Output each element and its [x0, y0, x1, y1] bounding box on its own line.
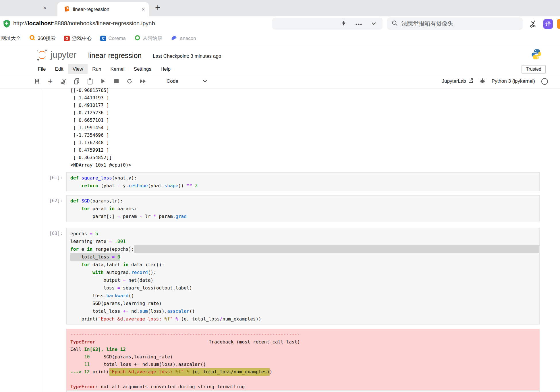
cut-cell-button[interactable]	[60, 78, 67, 84]
bookmark-360search[interactable]: 360搜索	[29, 35, 55, 42]
orange-ring-icon	[29, 35, 35, 42]
notebook-scroll-area[interactable]: [[-0.96815765] [ 1.4419193 ] [ 0.4910177…	[0, 88, 560, 392]
game-center-icon: G	[64, 36, 70, 41]
url-path: :8888/notebooks/linear-regression.ipynb	[53, 20, 155, 26]
site-safety-shield-icon[interactable]	[3, 20, 11, 29]
bookmarks-bar: 网址大全 360搜索 G 游戏中心 C Corema 从阿纳康 anacon	[0, 31, 560, 46]
background-tab-close-icon[interactable]: ×	[43, 4, 47, 11]
trusted-button[interactable]: Trusted	[522, 65, 546, 74]
external-link-icon	[468, 78, 473, 85]
browser-assistant-icon[interactable]	[557, 19, 560, 29]
restart-run-all-button[interactable]	[140, 79, 146, 84]
run-cell-button[interactable]	[100, 79, 106, 84]
url-field[interactable]: http://localhost:8888/notebooks/linear-r…	[13, 20, 155, 27]
add-cell-button[interactable]: +	[47, 78, 53, 84]
chevron-down-icon[interactable]	[371, 21, 376, 26]
cell-prompt-63: [63]:	[32, 231, 63, 236]
restart-kernel-button[interactable]	[126, 78, 133, 84]
code-cell-62[interactable]: def SGD(params,lr): for param in params:…	[66, 195, 540, 222]
bookmark-game-center[interactable]: G 游戏中心	[64, 35, 92, 42]
bookmark-wangzhidaquan[interactable]: 网址大全	[1, 35, 21, 42]
notebook-toolbar: + Code JupyterLab	[0, 74, 560, 88]
cell-prompt-62: [62]:	[32, 198, 63, 203]
menu-view[interactable]: View	[68, 64, 88, 74]
cell-type-dropdown[interactable]: Code	[167, 78, 178, 84]
copy-cell-button[interactable]	[74, 78, 80, 84]
search-icon	[392, 20, 398, 27]
stop-kernel-button[interactable]	[113, 79, 119, 83]
python-logo	[531, 49, 542, 61]
code-cell-61[interactable]: def square_loss(yhat,y): return (yhat - …	[66, 172, 540, 191]
notebook-title[interactable]: linear-regression	[88, 51, 142, 60]
url-scheme: http://	[13, 20, 28, 26]
paste-cell-button[interactable]	[87, 78, 93, 84]
green-ring-icon	[134, 35, 140, 42]
menu-kernel[interactable]: Kernel	[106, 64, 129, 74]
address-actions-area	[272, 18, 383, 30]
notebook-book-icon	[64, 6, 70, 13]
menu-help[interactable]: Help	[156, 64, 175, 74]
address-bar: http://localhost:8888/notebooks/linear-r…	[0, 16, 560, 31]
error-traceback-output: ----------------------------------------…	[66, 329, 540, 392]
jupyter-header: jupyter linear-regression Last Checkpoin…	[0, 46, 560, 64]
next-cell-partial[interactable]	[66, 390, 540, 392]
jupyter-brand-text: jupyter	[51, 50, 76, 60]
kernel-status-icon[interactable]	[541, 78, 548, 85]
lightning-icon[interactable]	[341, 20, 346, 27]
translate-button[interactable]: 译	[543, 19, 553, 29]
checkpoint-status: Last Checkpoint: 3 minutes ago	[153, 53, 221, 59]
content-left-rule	[42, 88, 42, 392]
menu-file[interactable]: File	[33, 64, 50, 74]
cell-type-chevron-icon[interactable]	[202, 79, 207, 84]
kernel-name[interactable]: Python 3 (ipykernel)	[492, 78, 535, 84]
tab-title: linear-regression	[73, 7, 142, 12]
menu-edit[interactable]: Edit	[50, 64, 68, 74]
search-query: 法院举报箱有摄像头	[401, 20, 453, 28]
jupyter-logo[interactable]	[36, 49, 48, 62]
new-tab-button[interactable]: +	[155, 2, 161, 13]
bookmark-conganakang[interactable]: 从阿纳康	[134, 35, 162, 42]
corema-icon: C	[100, 36, 106, 41]
active-tab[interactable]: linear-regression ×	[57, 2, 149, 16]
code-cell-63[interactable]: epochs = 5learning_rate = .001for e in r…	[66, 228, 540, 325]
save-button[interactable]	[34, 78, 40, 84]
menu-bar: File Edit View Run Kernel Settings Help …	[0, 64, 560, 74]
search-box[interactable]: 法院举报箱有摄像头	[387, 18, 523, 30]
tab-close-icon[interactable]: ×	[142, 6, 145, 13]
bookmark-corema[interactable]: C Corema	[100, 36, 125, 41]
toolbar-right-group: JupyterLab Python 3 (ipykernel)	[442, 74, 548, 88]
debugger-bug-icon[interactable]	[480, 78, 485, 85]
url-host: localhost	[28, 20, 53, 26]
menu-run[interactable]: Run	[88, 64, 106, 74]
more-options-icon[interactable]	[355, 21, 362, 26]
cell-output-ndarray: [[-0.96815765] [ 1.4419193 ] [ 0.4910177…	[70, 88, 131, 169]
bookmark-anaconda[interactable]: anacon	[171, 35, 196, 42]
screenshot-scissors-icon[interactable]	[528, 19, 538, 29]
browser-window: × linear-regression × + http://localhost…	[0, 0, 560, 392]
dolphin-icon	[171, 35, 178, 42]
tab-bar: × linear-regression × +	[0, 0, 560, 16]
cell-prompt-61: [61]:	[32, 175, 63, 180]
jupyterlab-link[interactable]: JupyterLab	[442, 78, 473, 85]
menu-settings[interactable]: Settings	[129, 64, 156, 74]
